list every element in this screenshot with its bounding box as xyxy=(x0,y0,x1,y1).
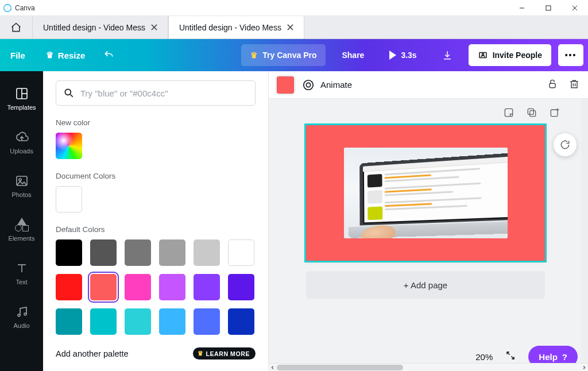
play-icon xyxy=(389,51,396,60)
rail-templates[interactable]: Templates xyxy=(0,77,43,121)
color-swatch[interactable] xyxy=(159,239,185,266)
scroll-thumb[interactable] xyxy=(277,365,403,370)
lock-button[interactable] xyxy=(547,78,558,92)
new-color-picker[interactable] xyxy=(56,133,82,159)
svg-point-21 xyxy=(306,83,310,87)
app-toolbar: File ♛ Resize ♛ Try Canva Pro Share 3.3s… xyxy=(0,39,588,71)
animate-button[interactable]: Animate xyxy=(302,79,352,91)
crown-icon: ♛ xyxy=(46,50,53,60)
rail-photos[interactable]: Photos xyxy=(0,164,43,208)
window-app-name: Canva xyxy=(15,4,35,12)
svg-point-10 xyxy=(482,53,483,55)
new-color-label: New color xyxy=(56,118,256,127)
document-tab-2[interactable]: Untitled design - Video Mess xyxy=(168,16,304,38)
add-page-icon-button[interactable] xyxy=(549,107,560,121)
color-swatch[interactable] xyxy=(90,239,117,266)
download-button[interactable] xyxy=(433,44,462,66)
more-menu-button[interactable]: ••• xyxy=(558,44,583,66)
color-swatch[interactable] xyxy=(56,274,82,300)
rail-uploads[interactable]: Uploads xyxy=(0,121,43,164)
crown-icon: ♛ xyxy=(198,350,204,357)
share-button[interactable]: Share xyxy=(332,44,373,66)
window-titlebar: Canva xyxy=(0,0,588,16)
invite-people-button[interactable]: Invite People xyxy=(469,44,551,66)
search-icon xyxy=(63,87,75,99)
animate-icon xyxy=(302,79,315,91)
document-colors-label: Document Colors xyxy=(56,172,256,180)
default-colors-grid xyxy=(56,239,256,335)
workspace: Animate xyxy=(269,71,588,371)
svg-rect-28 xyxy=(551,110,558,117)
undo-button[interactable] xyxy=(95,39,123,71)
regenerate-button[interactable] xyxy=(554,133,577,156)
color-search-input[interactable] xyxy=(80,88,248,98)
svg-rect-27 xyxy=(530,111,536,117)
canvas-area[interactable]: + Add page 20% Help? xyxy=(269,99,588,371)
svg-rect-25 xyxy=(505,109,512,116)
color-swatch[interactable] xyxy=(125,308,151,335)
color-swatch[interactable] xyxy=(125,274,151,300)
color-swatch[interactable] xyxy=(90,308,117,335)
horizontal-scrollbar[interactable] xyxy=(269,363,588,371)
learn-more-button[interactable]: ♛ LEARN MORE xyxy=(193,347,256,360)
svg-point-16 xyxy=(18,314,20,316)
shapes-icon xyxy=(15,218,29,231)
close-icon[interactable] xyxy=(151,23,157,32)
color-swatch[interactable] xyxy=(56,239,82,266)
window-minimize-button[interactable] xyxy=(509,0,535,16)
rail-text[interactable]: Text xyxy=(0,252,43,295)
delete-button[interactable] xyxy=(568,78,580,92)
left-rail: Templates Uploads Photos Elements Text A… xyxy=(0,71,43,371)
document-tab-1-label: Untitled design - Video Mess xyxy=(43,23,145,32)
rail-audio[interactable]: Audio xyxy=(0,295,43,339)
color-swatch[interactable] xyxy=(159,274,185,300)
zoom-level[interactable]: 20% xyxy=(475,352,493,362)
duplicate-page-button[interactable] xyxy=(526,107,537,121)
fullscreen-button[interactable] xyxy=(505,350,516,363)
add-page-button[interactable]: + Add page xyxy=(306,271,545,299)
more-icon: ••• xyxy=(565,51,577,60)
color-swatch[interactable] xyxy=(125,239,151,266)
document-tab-2-label: Untitled design - Video Mess xyxy=(179,23,281,32)
canva-logo-icon xyxy=(3,4,11,12)
add-palette-label: Add another palette xyxy=(56,349,129,358)
document-colors-grid xyxy=(56,186,256,212)
context-toolbar: Animate xyxy=(269,71,588,99)
file-menu[interactable]: File xyxy=(0,39,36,71)
svg-point-0 xyxy=(4,5,10,11)
svg-rect-22 xyxy=(550,83,555,88)
color-swatch[interactable] xyxy=(194,274,220,300)
svg-rect-26 xyxy=(528,109,533,114)
doc-color-swatch[interactable] xyxy=(56,186,82,212)
color-search[interactable] xyxy=(56,80,256,106)
photo-element[interactable] xyxy=(344,148,508,238)
design-page[interactable] xyxy=(306,125,545,261)
svg-point-18 xyxy=(65,89,71,95)
resize-button[interactable]: ♛ Resize xyxy=(36,39,96,71)
svg-point-17 xyxy=(24,313,26,315)
color-swatch[interactable] xyxy=(194,308,220,335)
active-fill-color[interactable] xyxy=(277,76,294,94)
color-swatch[interactable] xyxy=(159,308,185,335)
color-swatch-selected[interactable] xyxy=(90,274,117,300)
color-swatch[interactable] xyxy=(194,239,220,266)
play-duration-button[interactable]: 3.3s xyxy=(380,44,425,66)
color-swatch[interactable] xyxy=(228,308,254,335)
svg-point-15 xyxy=(19,179,21,181)
color-swatch[interactable] xyxy=(56,308,82,335)
notes-button[interactable] xyxy=(503,107,514,121)
window-maximize-button[interactable] xyxy=(535,0,562,16)
window-close-button[interactable] xyxy=(562,0,588,16)
document-tab-strip: Untitled design - Video Mess Untitled de… xyxy=(0,16,588,39)
crown-icon: ♛ xyxy=(250,51,258,60)
scroll-right-icon[interactable] xyxy=(580,364,588,371)
color-swatch[interactable] xyxy=(228,274,254,300)
scroll-left-icon[interactable] xyxy=(269,364,277,371)
default-colors-label: Default Colors xyxy=(56,225,256,234)
color-swatch[interactable] xyxy=(228,239,254,266)
home-tab[interactable] xyxy=(0,16,32,38)
close-icon[interactable] xyxy=(287,23,293,32)
document-tab-1[interactable]: Untitled design - Video Mess xyxy=(32,16,168,38)
rail-elements[interactable]: Elements xyxy=(0,208,43,252)
try-pro-button[interactable]: ♛ Try Canva Pro xyxy=(241,44,326,66)
